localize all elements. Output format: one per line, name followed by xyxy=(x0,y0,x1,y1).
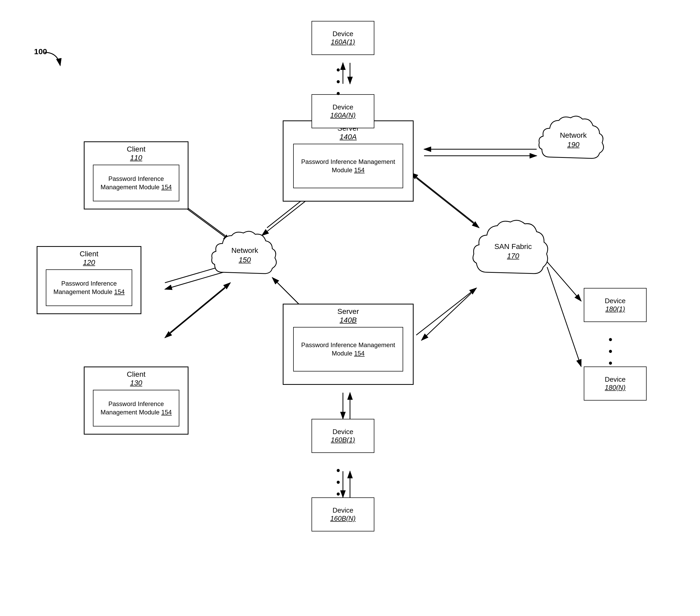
server-140B-module-box: Password Inference Management Module 154 xyxy=(293,327,403,372)
client-110-module-box: Password Inference Management Module 154 xyxy=(93,165,179,201)
device-180N-box: Device 180(N) xyxy=(584,366,647,401)
client-110-label: Client xyxy=(127,145,146,154)
client-120-label: Client xyxy=(79,250,98,259)
server-140A-id: 140A xyxy=(339,133,357,141)
device-180N-id: 180(N) xyxy=(605,384,625,392)
client-130-module-text: Password Inference Management Module 154 xyxy=(97,400,176,416)
device-160A1-label: Device xyxy=(333,30,353,38)
device-160AN-box: Device 160A(N) xyxy=(312,94,374,128)
svg-line-20 xyxy=(416,288,476,335)
client-110-box: Client 110 Password Inference Management… xyxy=(84,141,188,210)
san-fabric-170-cloud: SAN Fabric 170 xyxy=(471,215,555,288)
device-160AN-label: Device xyxy=(333,103,353,111)
device-180N-label: Device xyxy=(605,375,625,384)
client-120-module-box: Password Inference Management Module 154 xyxy=(46,269,132,306)
client-110-module-text: Password Inference Management Module 154 xyxy=(97,175,176,191)
network-190-cloud: Network 190 xyxy=(537,110,610,170)
server-140B-label: Server xyxy=(337,307,359,316)
client-120-box: Client 120 Password Inference Management… xyxy=(37,246,141,314)
client-130-module-box: Password Inference Management Module 154 xyxy=(93,390,179,426)
dots-160A: ••• xyxy=(336,64,340,100)
dots-180: ••• xyxy=(609,334,613,369)
client-120-module-text: Password Inference Management Module 154 xyxy=(49,279,128,296)
svg-line-16 xyxy=(170,283,230,332)
client-130-id: 130 xyxy=(130,379,142,387)
device-160BN-label: Device xyxy=(333,506,353,514)
server-140A-box: Server 140A Password Inference Managemen… xyxy=(283,121,414,202)
device-160A1-box: Device 160A(1) xyxy=(312,21,374,55)
network-190-text: Network 190 xyxy=(560,131,587,150)
client-130-box: Client 130 Password Inference Management… xyxy=(84,366,188,435)
svg-line-17 xyxy=(165,288,225,338)
server-140B-id: 140B xyxy=(339,316,357,324)
network-150-text: Network 150 xyxy=(232,246,258,265)
network-150-cloud: Network 150 xyxy=(210,225,280,285)
device-160B1-box: Device 160B(1) xyxy=(312,419,374,453)
client-120-id: 120 xyxy=(83,259,95,267)
dots-160B: ••• xyxy=(336,465,340,500)
server-140A-module-text: Password Inference Management Module 154 xyxy=(297,158,399,174)
device-160A1-id: 160A(1) xyxy=(331,38,355,46)
server-140A-module-box: Password Inference Management Module 154 xyxy=(293,144,403,188)
device-1801-box: Device 180(1) xyxy=(584,288,647,322)
device-1801-label: Device xyxy=(605,297,625,305)
device-160AN-id: 160A(N) xyxy=(330,111,356,120)
svg-line-9 xyxy=(411,173,474,223)
device-160B1-id: 160B(1) xyxy=(331,436,355,444)
client-130-label: Client xyxy=(127,370,146,379)
device-160BN-box: Device 160B(N) xyxy=(312,498,374,531)
device-160B1-label: Device xyxy=(333,428,353,436)
device-160BN-id: 160B(N) xyxy=(330,514,356,523)
svg-line-21 xyxy=(422,293,471,340)
svg-line-8 xyxy=(416,178,479,228)
san-fabric-170-text: SAN Fabric 170 xyxy=(494,242,532,261)
server-140B-module-text: Password Inference Management Module 154 xyxy=(297,341,399,357)
server-140B-box: Server 140B Password Inference Managemen… xyxy=(283,304,414,385)
client-110-id: 110 xyxy=(130,154,142,162)
device-1801-id: 180(1) xyxy=(605,305,625,313)
